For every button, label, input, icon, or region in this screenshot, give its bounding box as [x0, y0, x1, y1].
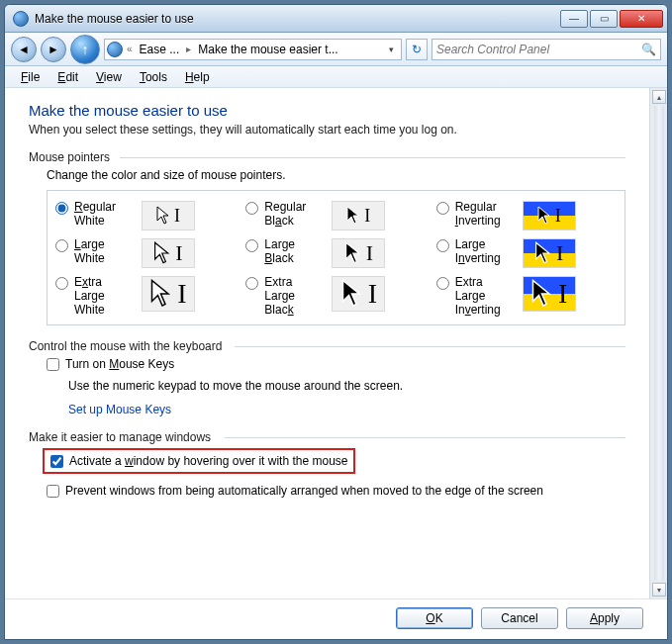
radio-xl-black[interactable]	[245, 277, 258, 290]
breadcrumb[interactable]: Make the mouse easier t...	[195, 43, 340, 56]
chevron-down-icon[interactable]: ▾	[383, 45, 399, 54]
radio-regular-white[interactable]	[55, 202, 68, 215]
prevent-arrange-label: Prevent windows from being automatically…	[65, 484, 543, 498]
radio-label: Regular Inverting	[455, 201, 517, 229]
preview-regular-black: I	[332, 201, 385, 230]
cancel-button[interactable]: Cancel	[481, 607, 558, 629]
prevent-arrange-row: Prevent windows from being automatically…	[29, 484, 625, 498]
search-icon[interactable]: 🔍	[641, 43, 656, 56]
highlight-activate-hover: Activate a window by hovering over it wi…	[43, 448, 355, 474]
pointers-desc: Change the color and size of mouse point…	[29, 168, 625, 182]
refresh-button[interactable]: ↻	[406, 39, 428, 60]
ok-button[interactable]: OK	[396, 607, 473, 629]
page-title: Make the mouse easier to use	[29, 102, 625, 119]
pointer-options-box: Regular WhiteI Regular BlackI Regular In…	[47, 190, 625, 325]
radio-label: Extra Large Black	[264, 276, 326, 317]
scroll-thumb[interactable]	[654, 106, 664, 581]
button-row: OK Cancel Apply	[5, 598, 667, 639]
prevent-arrange-checkbox[interactable]	[47, 485, 59, 498]
preview-regular-inverting: I	[523, 201, 576, 230]
radio-large-black[interactable]	[245, 239, 258, 252]
address-bar[interactable]: « Ease ... ▸ Make the mouse easier t... …	[104, 39, 402, 60]
radio-label: Extra Large White	[74, 276, 136, 317]
scroll-down-icon[interactable]: ▾	[652, 583, 666, 597]
forward-icon: ►	[48, 43, 59, 56]
preview-large-black: I	[332, 238, 385, 268]
radio-label: Large Black	[264, 238, 326, 266]
window-title: Make the mouse easier to use	[35, 12, 560, 26]
window: Make the mouse easier to use — ▭ ✕ ◄ ► ↑…	[4, 4, 668, 640]
menu-view[interactable]: View	[88, 68, 130, 86]
content-area: Make the mouse easier to use When you se…	[5, 88, 649, 598]
activate-hover-checkbox[interactable]	[50, 455, 63, 468]
search-input[interactable]	[436, 43, 641, 56]
menu-file[interactable]: File	[13, 68, 48, 86]
minimize-button[interactable]: —	[560, 10, 588, 28]
activate-hover-label: Activate a window by hovering over it wi…	[69, 454, 347, 468]
address-icon	[107, 42, 123, 57]
chevron-icon: «	[125, 44, 135, 54]
radio-xl-inverting[interactable]	[436, 277, 449, 290]
group-manage-windows: Make it easier to manage windows	[29, 430, 625, 444]
menu-tools[interactable]: Tools	[132, 68, 175, 86]
mouse-keys-label: Turn on Mouse Keys	[65, 357, 174, 371]
setup-mouse-keys-link[interactable]: Set up Mouse Keys	[29, 403, 171, 416]
group-keyboard-control: Control the mouse with the keyboard	[29, 339, 625, 353]
menu-help[interactable]: Help	[177, 68, 218, 86]
navbar: ◄ ► ↑ « Ease ... ▸ Make the mouse easier…	[5, 33, 667, 66]
breadcrumb[interactable]: Ease ...	[137, 43, 183, 56]
search-box[interactable]: 🔍	[432, 39, 661, 60]
mouse-keys-row: Turn on Mouse Keys	[29, 357, 625, 371]
menubar: File Edit View Tools Help	[5, 66, 667, 88]
titlebar[interactable]: Make the mouse easier to use — ▭ ✕	[5, 5, 667, 33]
preview-large-white: I	[142, 238, 195, 268]
maximize-button[interactable]: ▭	[590, 10, 618, 28]
forward-button[interactable]: ►	[41, 37, 66, 62]
refresh-icon: ↻	[412, 43, 422, 56]
radio-large-inverting[interactable]	[436, 239, 449, 252]
radio-regular-inverting[interactable]	[436, 202, 449, 215]
scrollbar[interactable]: ▴ ▾	[649, 88, 667, 598]
radio-xl-white[interactable]	[55, 277, 68, 290]
radio-regular-black[interactable]	[245, 202, 258, 215]
radio-large-white[interactable]	[55, 239, 68, 252]
preview-xl-black: I	[332, 276, 385, 312]
scroll-up-icon[interactable]: ▴	[652, 90, 666, 104]
up-button[interactable]: ↑	[70, 35, 100, 64]
app-icon	[13, 11, 29, 27]
back-icon: ◄	[18, 43, 30, 56]
menu-edit[interactable]: Edit	[49, 68, 86, 86]
chevron-right-icon: ▸	[184, 44, 193, 54]
preview-large-inverting: I	[523, 238, 576, 268]
radio-label: Extra Large Inverting	[455, 276, 517, 317]
page-subtitle: When you select these settings, they wil…	[29, 123, 625, 137]
radio-label: Large White	[74, 238, 136, 266]
close-button[interactable]: ✕	[620, 10, 663, 28]
group-mouse-pointers: Mouse pointers	[29, 150, 625, 164]
preview-xl-white: I	[142, 276, 195, 312]
radio-label: Regular Black	[264, 201, 326, 229]
mouse-keys-checkbox[interactable]	[47, 358, 59, 371]
apply-button[interactable]: Apply	[566, 607, 643, 629]
preview-xl-inverting: I	[523, 276, 576, 312]
window-buttons: — ▭ ✕	[560, 10, 663, 28]
radio-label: Large Inverting	[455, 238, 517, 266]
back-button[interactable]: ◄	[11, 37, 37, 62]
preview-regular-white: I	[142, 201, 195, 230]
up-icon: ↑	[82, 42, 89, 57]
radio-label: Regular White	[74, 201, 136, 229]
mouse-keys-desc: Use the numeric keypad to move the mouse…	[29, 379, 625, 393]
